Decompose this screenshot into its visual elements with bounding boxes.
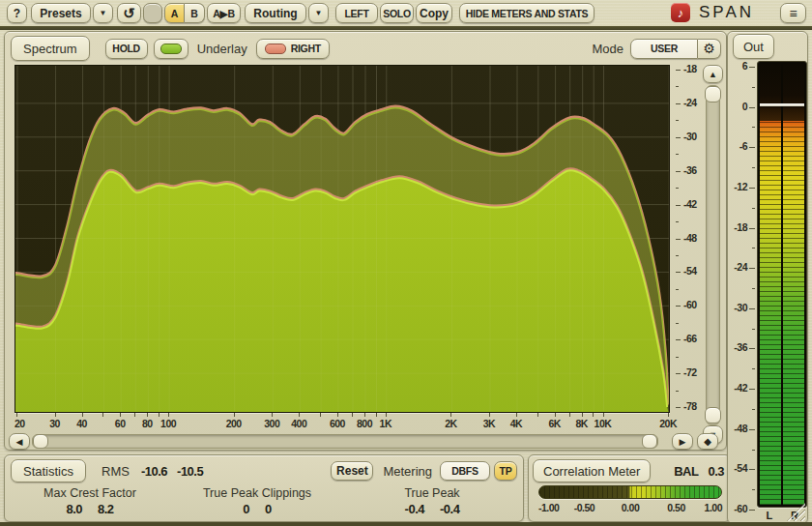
out-scale-minor-tick (752, 87, 755, 88)
vscroll-thumb-top[interactable] (705, 86, 721, 102)
ab-group: A B (164, 3, 205, 23)
tab-spectrum[interactable]: Spectrum (11, 36, 90, 61)
freq-tick-label: 800 (357, 418, 372, 429)
db-minor-tick (676, 323, 679, 324)
a-to-b-button[interactable]: A▶B (207, 3, 241, 23)
hscroll-thumb-right[interactable] (642, 434, 657, 449)
spectrum-plot[interactable] (14, 65, 670, 413)
tab-out[interactable]: Out (733, 34, 774, 59)
out-scale-tick (749, 67, 755, 68)
copy-button[interactable]: Copy (416, 3, 452, 23)
out-scale-minor-tick (752, 368, 755, 369)
help-button[interactable]: ? (7, 3, 27, 23)
hide-meters-button[interactable]: HIDE METERS AND STATS (459, 3, 594, 23)
db-tick (676, 407, 681, 408)
hscroll-trough[interactable] (32, 434, 658, 449)
reset-button[interactable]: Reset (331, 461, 373, 481)
underlay-right-button[interactable]: RIGHT (256, 39, 330, 59)
out-scale-label: -54 (734, 462, 747, 474)
freq-tick-label: 20 (14, 418, 25, 429)
scroll-left-icon[interactable]: ◀ (9, 433, 30, 450)
out-scale-label: 0 (742, 101, 747, 112)
presets-button[interactable]: Presets (31, 3, 91, 23)
undo-icon[interactable]: ↺ (117, 3, 141, 23)
spectrum-color-button[interactable] (154, 39, 188, 59)
freq-tick (450, 413, 451, 417)
db-tick (676, 137, 681, 138)
out-scale-tick (749, 469, 755, 470)
freq-tick-label: 30 (49, 418, 60, 429)
solo-button[interactable]: SOLO (380, 3, 414, 23)
freq-tick (120, 413, 121, 417)
hscroll-thumb-left[interactable] (33, 434, 48, 449)
stat-value-right: 0 (265, 502, 272, 516)
scroll-up-icon[interactable]: ▲ (703, 65, 723, 83)
mode-value-button[interactable]: USER (630, 39, 698, 59)
underlay-label: Underlay (197, 42, 247, 56)
db-tick (676, 171, 681, 172)
routing-button[interactable]: Routing (245, 3, 306, 23)
channel-left-button[interactable]: LEFT (335, 3, 378, 23)
diamond-icon[interactable]: ◆ (697, 433, 718, 450)
db-tick-label: -24 (683, 97, 697, 108)
vscroll-trough[interactable] (706, 85, 720, 425)
out-meter-scale: 60-6-12-18-24-30-36-42-48-54-60 (728, 67, 757, 513)
frequency-axis: 20304060801002003004006008001K2K3K4K6K8K… (14, 413, 682, 432)
out-scale-minor-tick (752, 248, 755, 248)
preset-b-button[interactable]: B (185, 3, 205, 23)
tab-statistics[interactable]: Statistics (11, 459, 86, 482)
freq-tick (16, 413, 17, 417)
presets-dropdown-icon[interactable]: ▼ (93, 3, 113, 23)
db-tick-label: -48 (683, 232, 697, 244)
out-scale-minor-tick (752, 489, 755, 490)
out-scale-label: 6 (742, 60, 747, 72)
preset-a-button[interactable]: A (164, 3, 185, 23)
stat-value-right: -0.4 (440, 502, 459, 516)
db-tick (676, 103, 681, 104)
ab-color-swatch[interactable] (143, 3, 162, 23)
tab-correlation-meter[interactable]: Correlation Meter (533, 459, 651, 482)
freq-tick (320, 413, 321, 417)
stat-value-left: 0 (243, 502, 249, 516)
out-scale-tick (749, 389, 755, 390)
routing-dropdown-icon[interactable]: ▼ (308, 3, 329, 23)
freq-tick (537, 413, 538, 417)
gear-icon[interactable]: ⚙ (698, 39, 721, 59)
scroll-right-icon[interactable]: ▶ (672, 433, 693, 450)
db-tick-label: -78 (683, 400, 697, 412)
db-minor-tick (676, 154, 679, 155)
stat-value-left: 8.0 (66, 502, 82, 516)
correlation-scale-label: -1.00 (538, 502, 559, 513)
correlation-scale: -1.00-0.500.000.501.00 (538, 502, 722, 515)
db-tick (676, 70, 681, 71)
out-scale-label: -24 (734, 261, 747, 273)
vscroll-thumb-bottom[interactable] (705, 407, 721, 424)
db-tick-label: -72 (683, 366, 697, 378)
level-bar-left (760, 64, 781, 505)
out-scale-minor-tick (752, 288, 755, 289)
freq-tick (352, 413, 353, 417)
freq-tick (272, 413, 273, 417)
tp-button[interactable]: TP (494, 461, 517, 481)
hold-button[interactable]: HOLD (105, 39, 148, 59)
freq-tick-label: 200 (226, 418, 242, 429)
db-tick-label: -36 (683, 164, 697, 176)
out-scale-minor-tick (752, 167, 755, 168)
out-scale-tick (749, 308, 755, 309)
correlation-scale-label: 0.50 (667, 502, 684, 513)
freq-tick (168, 413, 169, 417)
stat-label: True Peak (339, 486, 525, 500)
db-minor-tick (676, 289, 679, 290)
db-minor-tick (676, 391, 679, 392)
vertical-scrollbar: ▲ ▼ (703, 65, 723, 430)
out-scale-label: -18 (734, 221, 747, 233)
freq-tick-label: 3K (483, 418, 495, 429)
out-scale-label: -60 (734, 503, 747, 514)
stat-value-left: -0.4 (405, 502, 424, 516)
dbfs-button[interactable]: DBFS (440, 461, 490, 481)
out-scale-tick (749, 107, 755, 108)
db-minor-tick (676, 357, 679, 358)
menu-icon[interactable]: ≡ (780, 3, 806, 23)
correlation-scale-label: -0.50 (574, 502, 594, 513)
salmon-swatch (265, 44, 286, 54)
